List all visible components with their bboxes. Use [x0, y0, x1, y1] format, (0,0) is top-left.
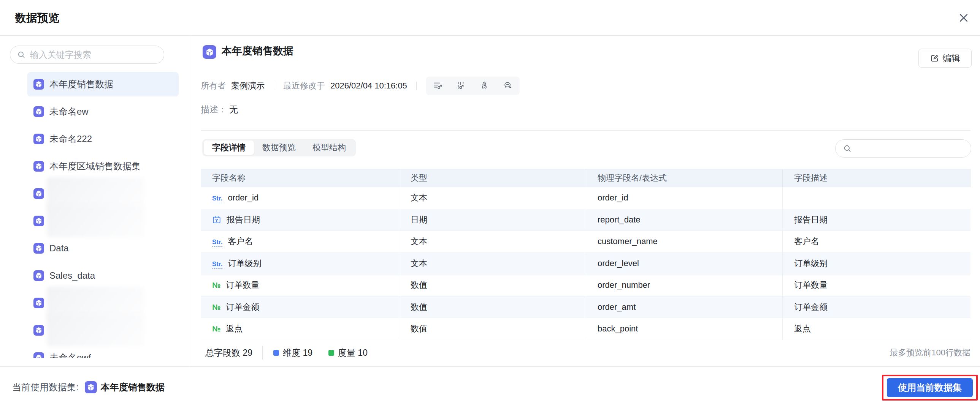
- detail-tabs: 字段详情 数据预览 模型结构: [202, 139, 356, 157]
- dataset-list-item-label: 未命名ewf: [49, 352, 91, 358]
- current-dataset-label: 当前使用数据集:: [12, 381, 79, 393]
- field-physical-name: back_point: [586, 318, 783, 340]
- dataset-toolbar: [426, 77, 520, 95]
- dataset-list-item[interactable]: 未命名222: [27, 127, 179, 151]
- field-physical-name: order_level: [586, 253, 783, 274]
- field-type: 数值: [399, 296, 586, 318]
- dimension-legend: 维度 19: [273, 347, 312, 359]
- field-physical-name: customer_name: [586, 231, 783, 252]
- table-body: Str.order_id 文本 order_id 报告日期 日期 report_…: [201, 187, 970, 340]
- field-type: 数值: [399, 274, 586, 296]
- dataset-list-item-label: Data: [49, 243, 69, 253]
- dataset-cube-icon: [85, 381, 97, 393]
- field-name: 订单级别: [228, 258, 261, 269]
- table-row: Str.客户名 文本 customer_name 客户名: [201, 231, 970, 253]
- field-name: 客户名: [228, 236, 253, 247]
- field-type-icon: [212, 215, 221, 224]
- dataset-cube-icon: [33, 243, 44, 253]
- dimension-count: 19: [302, 348, 312, 358]
- total-fields-label: 总字段数: [205, 348, 240, 358]
- description-row: 描述： 无: [201, 100, 238, 119]
- close-icon[interactable]: [957, 11, 970, 24]
- dataset-list-item[interactable]: [27, 318, 179, 342]
- dataset-cube-icon: [33, 325, 44, 336]
- blurred-label-placeholder: [47, 314, 145, 347]
- dataset-cube-icon: [33, 298, 44, 308]
- field-physical-name: report_date: [586, 209, 783, 231]
- comment-icon[interactable]: [503, 81, 512, 91]
- field-description: 返点: [783, 318, 970, 340]
- dataset-list-item[interactable]: [27, 291, 179, 315]
- dataset-meta-row: 所有者 案例演示 最近修改于 2026/02/04 10:16:05: [201, 77, 520, 95]
- measure-count: 10: [358, 348, 368, 358]
- description-value: 无: [229, 104, 238, 116]
- dataset-list-item[interactable]: 本年度销售数据: [27, 72, 179, 97]
- field-type: 日期: [399, 209, 586, 231]
- table-row: Str.order_id 文本 order_id: [201, 187, 970, 209]
- dataset-list-item[interactable]: 未命名ewf: [27, 345, 179, 358]
- dialog-header: 数据预览: [0, 0, 980, 36]
- dimension-label: 维度: [283, 347, 300, 359]
- edit-button[interactable]: 编辑: [918, 49, 972, 68]
- field-name: 订单数量: [226, 279, 259, 291]
- field-description: 客户名: [783, 231, 970, 252]
- dataset-list-item[interactable]: [27, 182, 179, 206]
- field-type: 文本: [399, 187, 586, 209]
- branch-lineage-icon[interactable]: [456, 81, 466, 91]
- dataset-list: 本年度销售数据 未命名ew 未命名222 本年度区域销售数据集: [0, 72, 191, 358]
- dataset-list-item[interactable]: 未命名ew: [27, 100, 179, 124]
- field-lineage-icon[interactable]: [433, 81, 443, 91]
- total-fields-value: 29: [243, 348, 252, 358]
- dataset-sidebar: 输入关键字搜索 本年度销售数据 未命名ew 未命名222 本年度区域销售数据集: [0, 36, 191, 366]
- field-type: 文本: [399, 253, 586, 274]
- rocket-icon[interactable]: [479, 81, 489, 91]
- table-row: №返点 数值 back_point 返点: [201, 318, 970, 340]
- tab-item[interactable]: 数据预览: [254, 141, 304, 155]
- modified-value: 2026/02/04 10:16:05: [330, 81, 407, 91]
- dataset-title: 本年度销售数据: [222, 44, 293, 58]
- modified-label: 最近修改于: [283, 80, 325, 92]
- divider: [274, 82, 274, 90]
- dataset-cube-icon: [33, 188, 44, 199]
- description-label: 描述：: [201, 104, 227, 116]
- field-type: 文本: [399, 231, 586, 252]
- dataset-list-item[interactable]: Sales_data: [27, 263, 179, 288]
- current-dataset: 当前使用数据集: 本年度销售数据: [12, 367, 165, 407]
- field-type-icon: Str.: [212, 258, 223, 268]
- owner-label: 所有者: [201, 80, 226, 92]
- dataset-list-item[interactable]: [27, 209, 179, 233]
- dataset-list-item[interactable]: 本年度区域销售数据集: [27, 154, 179, 179]
- table-row: Str.订单级别 文本 order_level 订单级别: [201, 253, 970, 275]
- preview-limit-note: 最多预览前100行数据: [889, 347, 970, 358]
- dataset-detail-panel: 本年度销售数据 编辑 所有者 案例演示 最近修改于 2026/02/04 10:…: [191, 36, 980, 366]
- current-dataset-name: 本年度销售数据: [101, 381, 165, 393]
- divider: [201, 130, 970, 131]
- dataset-list-item[interactable]: Data: [27, 236, 179, 260]
- sidebar-search-input[interactable]: 输入关键字搜索: [10, 46, 164, 64]
- table-row: 报告日期 日期 report_date 报告日期: [201, 209, 970, 231]
- field-name: order_id: [228, 193, 258, 203]
- field-name: 订单金额: [226, 301, 259, 313]
- table-search-input[interactable]: [835, 139, 971, 158]
- dataset-cube-icon: [33, 161, 44, 172]
- tab-active[interactable]: 字段详情: [204, 141, 254, 155]
- measure-label: 度量: [338, 347, 355, 359]
- table-column-header: 类型: [399, 169, 586, 187]
- blurred-label-placeholder: [47, 204, 145, 237]
- field-type-icon: №: [212, 280, 221, 290]
- table-column-header: 字段描述: [783, 169, 970, 187]
- tab-item[interactable]: 模型结构: [304, 141, 354, 155]
- field-physical-name: order_number: [586, 274, 783, 296]
- field-description: 订单金额: [783, 296, 970, 318]
- field-stats-row: 总字段数 29 维度 19 度量 10 最多预览前100行数据: [201, 346, 970, 359]
- table-row: №订单数量 数值 order_number 订单数量: [201, 274, 970, 296]
- measure-legend: 度量 10: [328, 347, 368, 359]
- dataset-cube-icon: [33, 106, 44, 117]
- field-name: 返点: [226, 323, 243, 334]
- field-table: 字段名称 类型 物理字段名/表达式 字段描述 Str.order_id 文本 o…: [201, 169, 970, 340]
- measure-legend-swatch: [328, 350, 334, 356]
- table-column-header: 字段名称: [201, 169, 399, 187]
- use-current-dataset-button[interactable]: 使用当前数据集: [887, 378, 973, 397]
- data-preview-dialog: 数据预览 输入关键字搜索 本年度销售数据 未命名ew 未命名222: [0, 0, 980, 407]
- dataset-cube-icon: [203, 45, 216, 59]
